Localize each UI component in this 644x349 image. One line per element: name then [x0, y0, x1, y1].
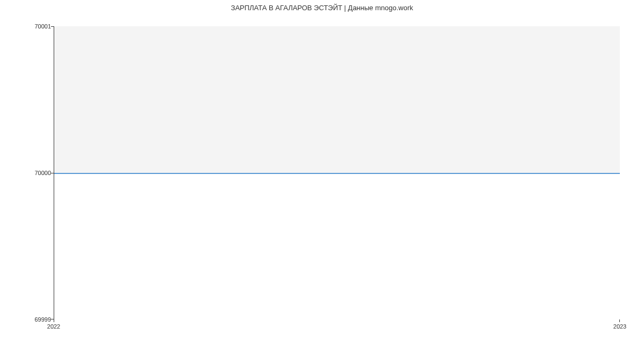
- x-tick-label: 2022: [47, 323, 60, 330]
- plot-lower-background: [54, 173, 620, 319]
- x-tick-mark: [54, 319, 54, 322]
- chart-title: ЗАРПЛАТА В АГАЛАРОВ ЭСТЭЙТ | Данные mnog…: [0, 4, 644, 12]
- y-tick-label: 69999: [3, 316, 51, 323]
- x-tick-label: 2023: [613, 323, 626, 330]
- plot-area: [54, 26, 620, 319]
- y-tick-label: 70000: [3, 170, 51, 176]
- x-tick-mark: [619, 319, 620, 322]
- data-line: [54, 173, 620, 174]
- chart-container: ЗАРПЛАТА В АГАЛАРОВ ЭСТЭЙТ | Данные mnog…: [0, 0, 644, 349]
- y-tick-label: 70001: [3, 23, 51, 30]
